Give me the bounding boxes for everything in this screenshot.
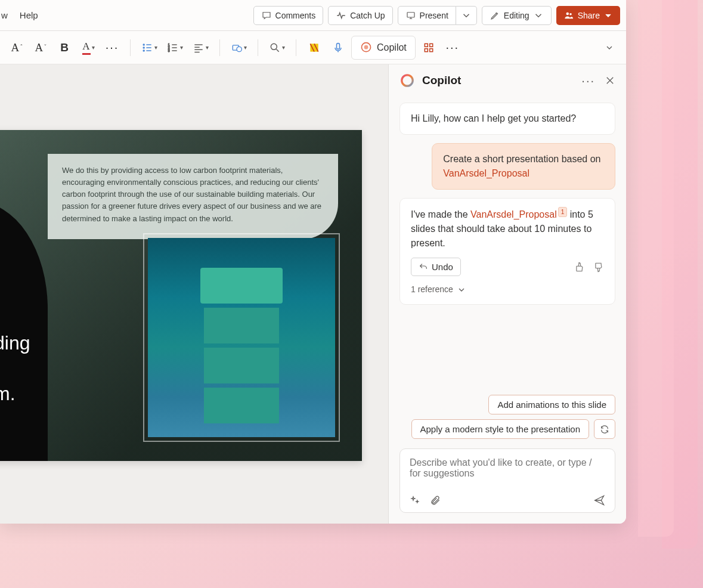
undo-button[interactable]: Undo	[411, 258, 461, 276]
copilot-title: Copilot	[422, 74, 461, 87]
copilot-pane: Copilot ··· Hi Lilly, how can I help get…	[389, 64, 626, 524]
comments-icon	[261, 10, 272, 21]
chevron-down-icon	[457, 285, 466, 295]
numbered-list-button[interactable]: 123 ▾	[163, 37, 187, 58]
grid-view-button[interactable]	[418, 37, 439, 58]
svg-rect-17	[425, 48, 428, 51]
thumbs-down-icon[interactable]	[592, 261, 604, 273]
chevron-down-icon	[603, 11, 613, 20]
reference-badge[interactable]: 1	[558, 207, 568, 217]
svg-rect-13	[337, 43, 340, 49]
copilot-logo-icon	[399, 73, 415, 88]
editing-mode-button[interactable]: Editing	[482, 6, 552, 25]
suggestion-chip-animations[interactable]: Add animations to this slide	[488, 395, 615, 414]
svg-rect-16	[429, 44, 432, 47]
chevron-down-icon	[461, 10, 472, 21]
menu-help[interactable]: Help	[20, 10, 38, 20]
copilot-more-button[interactable]: ···	[581, 74, 595, 88]
find-button[interactable]: ▾	[265, 37, 289, 58]
shapes-icon	[231, 42, 243, 54]
svg-point-11	[271, 44, 277, 49]
dictate-button[interactable]	[327, 37, 349, 58]
copilot-icon	[360, 42, 372, 54]
chevron-down-icon	[533, 10, 544, 21]
app-window: w Help Comments Catch Up Present	[0, 0, 626, 524]
copilot-response-message: I've made the VanArsdel_Proposal1 into 5…	[399, 198, 615, 305]
svg-point-2	[569, 13, 572, 15]
menu-item-partial[interactable]: w	[1, 10, 8, 20]
grid-icon	[423, 42, 435, 54]
decrease-font-button[interactable]: Aˇ	[30, 37, 51, 58]
toolbar-overflow[interactable]: ···	[442, 37, 463, 58]
suggestion-chip-style[interactable]: Apply a modern style to the presentation	[411, 419, 590, 439]
ribbon-header: w Help Comments Catch Up Present	[0, 0, 626, 31]
present-dropdown[interactable]	[456, 6, 477, 25]
copilot-prompt-input[interactable]	[410, 457, 605, 487]
refresh-suggestions-button[interactable]	[594, 419, 615, 439]
document-link[interactable]: VanArsdel_Proposal	[470, 209, 557, 219]
svg-point-10	[237, 47, 241, 51]
user-message: Create a short presentation based on Van…	[432, 143, 615, 190]
font-color-button[interactable]: A ▾	[78, 37, 99, 58]
ribbon-collapse[interactable]	[599, 37, 620, 58]
align-button[interactable]: ▾	[189, 37, 212, 58]
formatting-toolbar: Aˆ Aˇ B A ▾ ··· ▾ 123 ▾ ▾ ▾ ▾	[0, 31, 626, 64]
slide-title-partial: ding m.	[0, 330, 30, 407]
present-icon	[405, 10, 416, 21]
svg-point-3	[143, 44, 144, 45]
activity-icon	[336, 10, 346, 21]
shapes-button[interactable]: ▾	[227, 37, 250, 58]
align-left-icon	[193, 42, 205, 54]
svg-rect-15	[425, 44, 428, 47]
people-icon	[563, 10, 574, 21]
undo-icon	[419, 262, 428, 272]
bullet-list-button[interactable]: ▾	[138, 37, 161, 58]
copilot-toolbar-button[interactable]: Copilot	[351, 36, 416, 60]
svg-point-5	[143, 50, 144, 51]
copilot-greeting-message: Hi Lilly, how can I help get you started…	[399, 103, 615, 135]
refresh-icon	[600, 425, 609, 434]
svg-point-14	[364, 45, 368, 49]
close-icon[interactable]	[605, 75, 615, 86]
document-link[interactable]: VanArsdel_Proposal	[443, 168, 529, 178]
comments-button[interactable]: Comments	[253, 6, 324, 25]
bullet-list-icon	[141, 42, 153, 54]
svg-point-1	[566, 12, 569, 15]
increase-font-button[interactable]: Aˆ	[6, 37, 27, 58]
svg-rect-0	[407, 12, 414, 17]
chevron-down-icon	[605, 43, 614, 52]
more-font-options[interactable]: ···	[101, 37, 123, 58]
svg-point-4	[143, 47, 144, 48]
designer-icon	[308, 42, 320, 54]
svg-text:3: 3	[168, 48, 170, 52]
share-button[interactable]: Share	[556, 6, 620, 25]
slide-text-box[interactable]: We do this by providing access to low ca…	[48, 154, 338, 239]
slide-image-placeholder[interactable]	[143, 233, 340, 442]
copilot-input-box[interactable]	[399, 448, 615, 513]
present-button[interactable]: Present	[398, 6, 456, 25]
catch-up-button[interactable]: Catch Up	[328, 6, 392, 25]
send-icon[interactable]	[593, 494, 605, 506]
designer-button[interactable]	[304, 37, 325, 58]
sparkle-icon[interactable]	[410, 495, 420, 506]
slide[interactable]: We do this by providing access to low ca…	[0, 130, 362, 461]
reference-toggle[interactable]: 1 reference	[411, 283, 604, 296]
search-icon	[269, 42, 281, 54]
microphone-icon	[332, 42, 344, 54]
svg-rect-18	[429, 48, 432, 51]
pencil-icon	[490, 10, 500, 21]
svg-rect-12	[310, 44, 318, 51]
bold-button[interactable]: B	[54, 37, 75, 58]
thumbs-up-icon[interactable]	[573, 261, 585, 273]
slide-canvas[interactable]: We do this by providing access to low ca…	[0, 64, 389, 524]
attachment-icon[interactable]	[430, 495, 441, 506]
numbered-list-icon: 123	[167, 42, 179, 54]
